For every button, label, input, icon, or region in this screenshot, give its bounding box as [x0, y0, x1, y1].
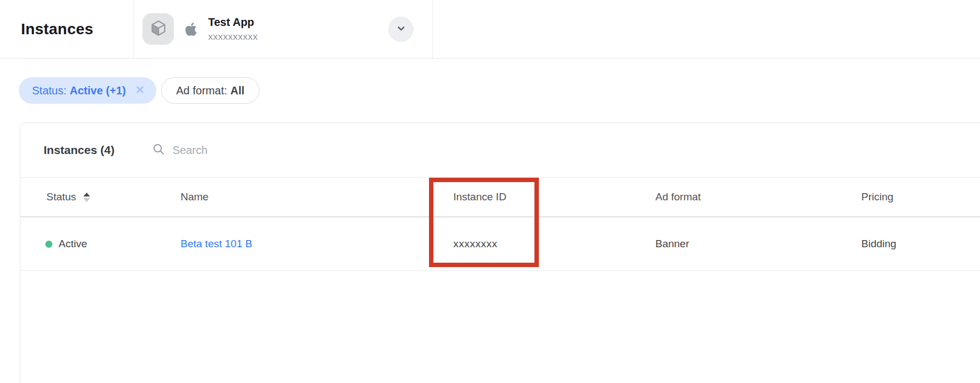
column-header-name: Name [181, 191, 209, 203]
filter-chip-status[interactable]: Status: Active (+1) [19, 77, 156, 104]
panel-title: Instances (4) [44, 143, 114, 157]
app-meta: Test App xxxxxxxxxx [208, 16, 258, 42]
instances-panel: Instances (4) Status Name [20, 123, 980, 383]
page-title: Instances [21, 20, 93, 38]
sort-arrows-icon[interactable] [83, 193, 90, 202]
filter-chip-ad-format[interactable]: Ad format: All [161, 77, 259, 104]
pricing-cell: Bidding [861, 238, 896, 250]
column-header-instance-id: Instance ID [453, 191, 506, 203]
page-title-section: Instances [0, 0, 134, 58]
search-box[interactable] [152, 143, 338, 158]
filter-label: Status: [32, 84, 66, 97]
top-header: Instances Test App xxxxxxxxxx [0, 0, 980, 58]
search-icon [152, 143, 165, 158]
table-header-row: Status Name Instance ID Ad format Pricin… [20, 178, 980, 217]
status-cell: Active [45, 238, 87, 250]
column-header-pricing: Pricing [861, 191, 893, 203]
column-header-status[interactable]: Status [46, 191, 90, 203]
status-dot [45, 241, 52, 248]
chevron-down-icon [394, 22, 408, 37]
sort-desc-icon [83, 198, 90, 202]
instance-id-cell: xxxxxxxx [453, 238, 497, 250]
filter-bar: Status: Active (+1) Ad format: All [19, 77, 259, 104]
app-selector[interactable]: Test App xxxxxxxxxx [134, 0, 433, 58]
status-label: Active [59, 238, 87, 250]
app-icon-tile [142, 13, 174, 45]
apple-icon [182, 19, 200, 39]
column-header-ad-format: Ad format [655, 191, 701, 203]
ad-format-cell: Banner [655, 238, 689, 250]
sort-asc-icon [83, 193, 90, 196]
close-icon [135, 84, 145, 97]
app-selector-dropdown-button[interactable] [388, 17, 414, 42]
column-header-label: Status [46, 191, 76, 203]
instances-page: Instances Test App xxxxxxxxxx [0, 0, 980, 383]
panel-header: Instances (4) [20, 123, 980, 178]
instance-name-link[interactable]: Beta test 101 B [181, 238, 252, 250]
app-id-masked: xxxxxxxxxx [208, 31, 258, 42]
search-input[interactable] [172, 144, 338, 157]
table-row: Active Beta test 101 B xxxxxxxx Banner B… [20, 217, 980, 271]
filter-value: All [230, 84, 245, 97]
filter-label: Ad format: [176, 84, 227, 97]
filter-value: Active (+1) [70, 84, 126, 97]
remove-filter-button[interactable] [135, 84, 145, 97]
cube-icon [149, 19, 168, 40]
app-name: Test App [208, 16, 258, 29]
